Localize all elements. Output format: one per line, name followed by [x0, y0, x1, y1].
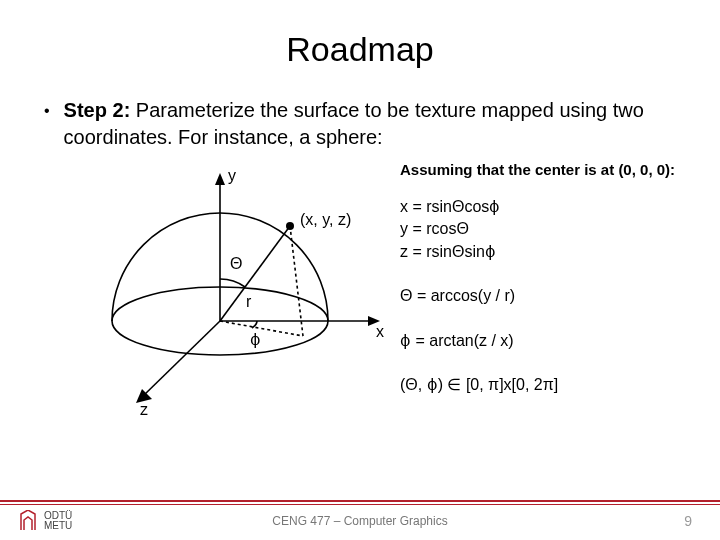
xyz-equations: x = rsinΘcosϕ y = rcosΘ z = rsinΘsinϕ	[400, 196, 680, 263]
point-label: (x, y, z)	[300, 211, 351, 228]
eq-theta: Θ = arccos(y / r)	[400, 285, 680, 307]
step-label: Step 2:	[64, 99, 131, 121]
sphere-svg: y x z r Θ ϕ (x, y, z)	[80, 161, 390, 421]
footer-divider	[0, 504, 720, 505]
axis-x-label: x	[376, 323, 384, 340]
bullet-dot: •	[44, 97, 50, 125]
theta-label: Θ	[230, 255, 242, 272]
svg-line-8	[290, 226, 303, 336]
svg-line-4	[142, 321, 220, 397]
radius-label: r	[246, 293, 252, 310]
page-number: 9	[684, 513, 692, 529]
eq-y: y = rcosΘ	[400, 218, 680, 240]
axis-y-label: y	[228, 167, 236, 184]
bullet-item: • Step 2: Parameterize the surface to be…	[44, 97, 680, 151]
slide: Roadmap • Step 2: Parameterize the surfa…	[0, 0, 720, 540]
bullet-rest: Parameterize the surface to be texture m…	[64, 99, 644, 148]
eq-z: z = rsinΘsinϕ	[400, 241, 680, 263]
axis-z-label: z	[140, 401, 148, 418]
sphere-diagram: y x z r Θ ϕ (x, y, z)	[80, 161, 390, 421]
page-title: Roadmap	[40, 30, 680, 69]
svg-point-10	[286, 222, 294, 230]
svg-line-9	[220, 321, 303, 336]
eq-x: x = rsinΘcosϕ	[400, 196, 680, 218]
assume-text: Assuming that the center is at (0, 0, 0)…	[400, 161, 680, 178]
equations-column: Assuming that the center is at (0, 0, 0)…	[390, 161, 680, 418]
footer: ODTÜ METU CENG 477 – Computer Graphics 9	[0, 500, 720, 540]
eq-phi: ϕ = arctan(z / x)	[400, 330, 680, 352]
phi-label: ϕ	[250, 331, 261, 348]
bullet-text: Step 2: Parameterize the surface to be t…	[64, 97, 680, 151]
eq-domain: (Θ, ϕ) ∈ [0, π]x[0, 2π]	[400, 374, 680, 396]
svg-marker-1	[215, 173, 225, 185]
content-row: y x z r Θ ϕ (x, y, z) Assuming that the …	[40, 161, 680, 421]
svg-line-7	[220, 226, 290, 321]
footer-center: CENG 477 – Computer Graphics	[0, 514, 720, 528]
